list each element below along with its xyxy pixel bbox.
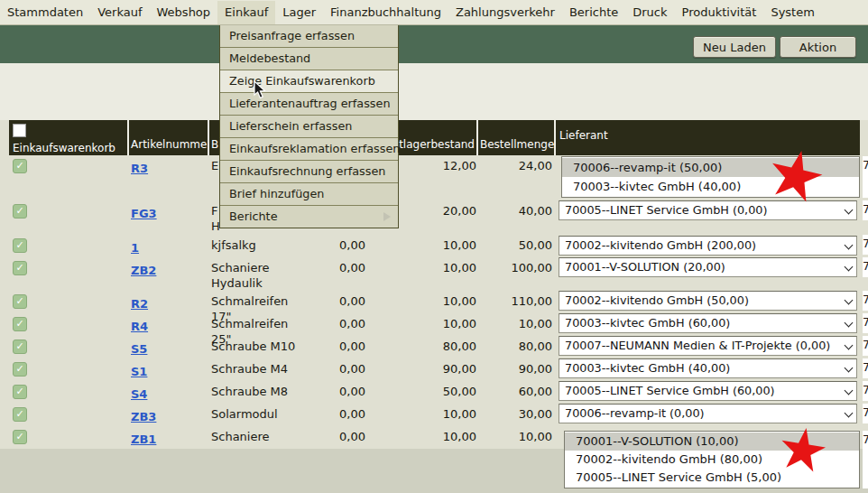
article-link[interactable]: ZB1 xyxy=(131,433,156,446)
chevron-down-icon xyxy=(845,263,854,272)
menu-item-label: Einkaufsrechnung erfassen xyxy=(229,164,385,178)
menubar-item-berichte[interactable]: Berichte xyxy=(562,1,625,24)
supplier-open-list[interactable]: 70001--V-SOLUTION (10,00)70002--kivitend… xyxy=(564,431,860,488)
row-checkbox[interactable]: ✓ xyxy=(13,317,27,331)
supplier-select[interactable]: 70003--kivtec GmbH (40,00) xyxy=(559,358,857,378)
menubar-item-verkauf[interactable]: Verkauf xyxy=(90,1,149,24)
description-line: kjfsalkg xyxy=(211,237,298,253)
menubar-item-produktivität[interactable]: Produktivität xyxy=(675,1,764,24)
article-link[interactable]: R2 xyxy=(131,297,148,311)
description-line: Schraube M10 xyxy=(211,339,298,354)
supplier-select[interactable]: 70001--V-SOLUTION (20,00) xyxy=(559,257,857,277)
article-link[interactable]: S4 xyxy=(131,387,147,401)
supplier-cell: 70002--kivitendo GmbH (200,00) xyxy=(556,235,860,257)
menu-item-berichte[interactable]: Berichte xyxy=(220,206,398,228)
supplier-select[interactable]: 70005--LINET Service GmbH (60,00) xyxy=(559,381,857,401)
supplier-select[interactable]: 70006--revamp-it (0,00) xyxy=(559,404,857,423)
menubar-item-system[interactable]: System xyxy=(763,1,821,24)
supplier-option[interactable]: 70006--revamp-it (50,00) xyxy=(562,158,859,177)
stock-cell: 10,00 xyxy=(370,404,478,426)
cart-cell: ✓ xyxy=(9,336,129,358)
clipped-edge-content: 70003--kivtec GmbH (60,00) xyxy=(863,313,868,333)
supplier-select[interactable]: 70007--NEUMANN Medien & IT-Projekte (0,0… xyxy=(559,336,857,356)
row-checkbox[interactable]: ✓ xyxy=(13,159,27,173)
supplier-select-value: 70002--kivitendo GmbH (50,00) xyxy=(565,293,749,307)
einkauf-menu: Preisanfrage erfassenMeldebestandZeige E… xyxy=(219,25,399,228)
supplier-cell: 70007--NEUMANN Medien & IT-Projekte (0,0… xyxy=(556,336,860,358)
menu-item-zeige-einkaufswarenkorb[interactable]: Zeige Einkaufswarenkorb xyxy=(220,70,398,93)
select-all-checkbox[interactable] xyxy=(13,124,26,137)
description-line: Schaniere xyxy=(211,429,298,444)
cart-cell: ✓ xyxy=(9,291,129,313)
row-checkbox[interactable]: ✓ xyxy=(13,238,27,253)
row-checkbox[interactable]: ✓ xyxy=(13,340,27,354)
cart-cell: ✓ xyxy=(9,155,129,200)
chevron-down-icon xyxy=(845,409,854,418)
supplier-open-list[interactable]: 70006--revamp-it (50,00)70003--kivtec Gm… xyxy=(561,156,860,198)
supplier-select-value: 70003--kivtec GmbH (40,00) xyxy=(565,361,730,375)
supplier-select-value: 70007--NEUMANN Medien & IT-Projekte (0,0… xyxy=(565,339,830,352)
report-stock-cell: 0,00 xyxy=(298,404,370,426)
menubar-item-lager[interactable]: Lager xyxy=(275,1,323,24)
supplier-option[interactable]: 70001--V-SOLUTION (10,00) xyxy=(565,433,859,451)
table-row: ✓ZB3Solarmodul0,0010,0030,0070006--revam… xyxy=(0,404,868,426)
supplier-cell: 70006--revamp-it (50,00)70003--kivtec Gm… xyxy=(556,155,860,200)
description-line: Solarmodul xyxy=(211,406,298,422)
clipped-edge-content: 70005--LINET Service GmbH (60,00) xyxy=(863,381,868,401)
menu-item-einkaufsrechnung-erfassen[interactable]: Einkaufsrechnung erfassen xyxy=(220,161,398,183)
menubar-item-webshop[interactable]: Webshop xyxy=(150,1,218,24)
supplier-select[interactable]: 70002--kivitendo GmbH (50,00) xyxy=(559,291,857,311)
supplier-select-value: 70001--V-SOLUTION (20,00) xyxy=(565,260,725,274)
stock-cell: 10,00 xyxy=(370,291,478,313)
row-checkbox[interactable]: ✓ xyxy=(13,362,27,377)
row-checkbox[interactable]: ✓ xyxy=(13,430,27,444)
menu-item-label: Preisanfrage erfassen xyxy=(229,29,355,42)
menu-item-brief-hinzufügen[interactable]: Brief hinzufügen xyxy=(220,183,398,206)
supplier-select[interactable]: 70003--kivtec GmbH (60,00) xyxy=(559,313,857,333)
article-cell: ZB2 xyxy=(129,257,209,291)
article-cell: R2 xyxy=(129,291,209,313)
row-checkbox[interactable]: ✓ xyxy=(13,204,27,219)
article-link[interactable]: ZB2 xyxy=(131,264,156,277)
reload-button[interactable]: Neu Laden xyxy=(693,36,776,58)
article-link[interactable]: ZB3 xyxy=(131,410,156,423)
description-cell: Schmalreifen 17" xyxy=(209,291,298,313)
filter-bar: Lieferant: xyxy=(0,63,868,120)
row-checkbox[interactable]: ✓ xyxy=(13,385,27,399)
menubar-item-finanzbuchhaltung[interactable]: Finanzbuchhaltung xyxy=(323,1,448,24)
order-qty-cell: 10,00 xyxy=(478,313,556,336)
menu-item-lieferantenauftrag-erfassen[interactable]: Lieferantenauftrag erfassen xyxy=(220,93,398,116)
article-link[interactable]: S1 xyxy=(131,365,147,378)
cart-cell: ✓ xyxy=(9,426,129,493)
table-row: ✓S5Schraube M100,0080,0080,0070007--NEUM… xyxy=(0,336,868,358)
row-checkbox[interactable]: ✓ xyxy=(13,261,27,275)
menu-item-einkaufsreklamation-erfassen[interactable]: Einkaufsreklamation erfassen xyxy=(220,138,398,161)
supplier-cell: 70002--kivitendo GmbH (50,00) xyxy=(556,291,860,313)
menubar-item-stammdaten[interactable]: Stammdaten xyxy=(0,1,90,24)
menubar-item-einkauf[interactable]: Einkauf xyxy=(217,1,275,24)
article-link[interactable]: FG3 xyxy=(131,207,157,220)
table-header: Einkaufswarenkorb Artikelnummer B stlage… xyxy=(9,120,860,155)
action-button[interactable]: Aktion xyxy=(780,36,856,58)
row-checkbox[interactable]: ✓ xyxy=(13,407,27,422)
row-checkbox[interactable]: ✓ xyxy=(13,294,27,309)
menubar-item-druck[interactable]: Druck xyxy=(625,1,674,24)
menu-item-preisanfrage-erfassen[interactable]: Preisanfrage erfassen xyxy=(220,25,398,48)
supplier-option[interactable]: 70003--kivtec GmbH (40,00) xyxy=(562,177,859,196)
supplier-select[interactable]: 70005--LINET Service GmbH (0,00) xyxy=(559,200,857,220)
article-link[interactable]: 1 xyxy=(131,241,139,255)
supplier-option[interactable]: 70005--LINET Service GmbH (5,00) xyxy=(565,469,859,487)
supplier-select[interactable]: 70002--kivitendo GmbH (200,00) xyxy=(559,236,857,256)
report-stock-cell: 0,00 xyxy=(298,426,370,493)
stock-cell: 80,00 xyxy=(370,336,478,358)
supplier-option[interactable]: 70002--kivitendo GmbH (80,00) xyxy=(565,451,859,469)
col-einkaufswarenkorb: Einkaufswarenkorb xyxy=(13,140,127,154)
description-cell: Schraube M10 xyxy=(209,336,298,358)
article-link[interactable]: R4 xyxy=(131,320,148,333)
menubar-item-zahlungsverkehr[interactable]: Zahlungsverkehr xyxy=(448,1,562,24)
article-link[interactable]: R3 xyxy=(131,162,148,175)
article-link[interactable]: S5 xyxy=(131,342,147,356)
chevron-down-icon xyxy=(845,364,854,373)
menu-item-meldebestand[interactable]: Meldebestand xyxy=(220,48,398,70)
menu-item-lieferschein-erfassen[interactable]: Lieferschein erfassen xyxy=(220,116,398,138)
